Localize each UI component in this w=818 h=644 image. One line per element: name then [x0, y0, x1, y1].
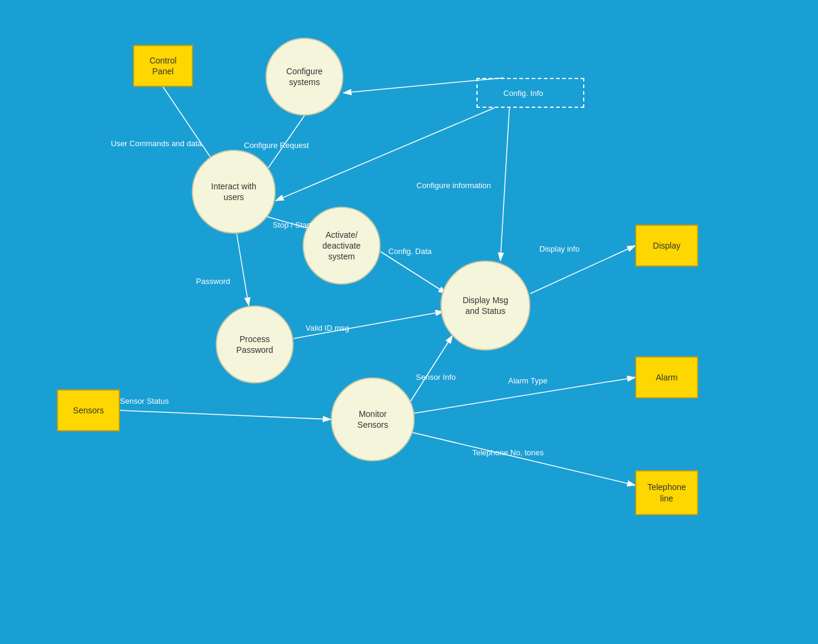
node-display-msg: Display Msgand Status	[440, 261, 530, 350]
node-activate-deactivate: Activate/deactivatesystem	[303, 207, 381, 285]
svg-line-8	[410, 335, 452, 401]
label-display-info: Display info	[539, 244, 579, 253]
node-alarm: Alarm	[635, 356, 698, 398]
label-configure-information: Configure information	[416, 181, 491, 190]
label-sensor-info: Sensor Info	[416, 373, 456, 382]
node-process-password: ProcessPassword	[216, 306, 294, 383]
node-configure-systems: Configuresystems	[265, 38, 343, 116]
node-display: Display	[635, 225, 698, 267]
label-configure-request: Configure Request	[244, 141, 309, 150]
svg-line-5	[237, 234, 249, 306]
label-password: Password	[196, 277, 230, 286]
svg-line-15	[500, 108, 509, 261]
node-monitor-sensors: MonitorSensors	[331, 377, 415, 461]
label-telephone-tones: Telephone No, tones	[472, 448, 544, 457]
label-valid-id: Valid ID msg	[306, 323, 349, 332]
svg-line-11	[408, 431, 635, 485]
node-interact-users: Interact withusers	[192, 150, 276, 234]
node-telephone: Telephoneline	[635, 470, 698, 515]
node-control-panel: ControlPanel	[133, 45, 193, 87]
label-user-commands: User Commands and data	[111, 139, 202, 148]
config-info-label: Config. Info	[503, 89, 544, 98]
svg-line-7	[381, 252, 446, 294]
label-alarm-type: Alarm Type	[508, 376, 548, 385]
arrows-svg	[0, 0, 818, 644]
diagram-container: Config. Info ControlPanel Configuresyste…	[0, 0, 818, 644]
svg-line-12	[120, 410, 331, 419]
label-sensor-status: Sensor Status	[120, 397, 169, 406]
label-stop-start: Stop / Start	[273, 220, 312, 229]
label-config-data: Config. Data	[388, 247, 431, 256]
node-sensors: Sensors	[57, 389, 120, 431]
